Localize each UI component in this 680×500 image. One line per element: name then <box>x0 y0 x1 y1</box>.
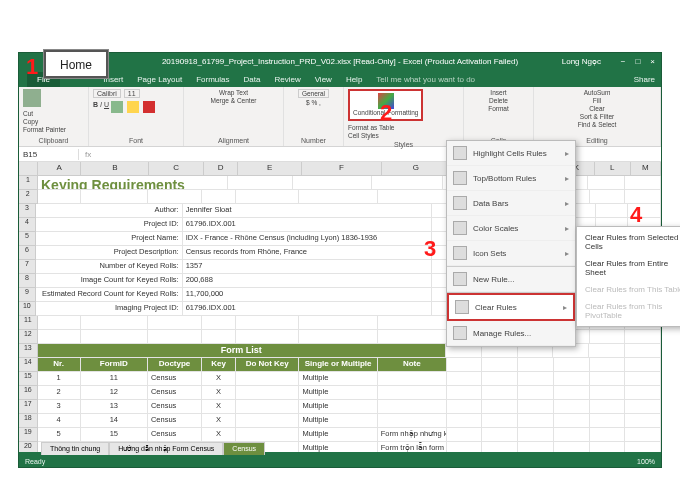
group-number: General $ % , Number <box>284 87 344 146</box>
sheet-tab-0[interactable]: Thông tin chung <box>41 442 109 455</box>
cf-menu-item-3[interactable]: Color Scales▸ <box>447 216 575 241</box>
tab-help[interactable]: Help <box>340 72 368 87</box>
group-font: Calibri 11 B I U Font <box>89 87 184 146</box>
chevron-right-icon: ▸ <box>563 303 567 312</box>
cf-menu-item-5[interactable]: New Rule... <box>447 267 575 292</box>
merge-center-button[interactable]: Merge & Center <box>211 97 257 104</box>
cf-menu-item-0[interactable]: Highlight Cells Rules▸ <box>447 141 575 166</box>
cut-button[interactable]: Cut <box>23 110 66 117</box>
fill-color-icon[interactable] <box>127 101 139 113</box>
delete-button[interactable]: Delete <box>489 97 508 104</box>
annotation-1: 1 <box>26 54 38 80</box>
annotation-4: 4 <box>630 202 642 228</box>
tab-view[interactable]: View <box>309 72 338 87</box>
clear-rules-submenu: Clear Rules from Selected CellsClear Rul… <box>576 226 680 327</box>
clear-rules-option-1[interactable]: Clear Rules from Entire Sheet <box>577 255 680 281</box>
chevron-right-icon: ▸ <box>565 149 569 158</box>
col-M[interactable]: M <box>631 162 661 176</box>
col-D[interactable]: D <box>204 162 238 176</box>
col-E[interactable]: E <box>238 162 302 176</box>
menu-icon <box>453 221 467 235</box>
annotation-2: 2 <box>380 100 392 126</box>
menu-icon <box>453 196 467 210</box>
sheet-tab-1[interactable]: Hướng dẫn nhập Form Census <box>109 442 223 455</box>
col-L[interactable]: L <box>595 162 631 176</box>
tab-review[interactable]: Review <box>268 72 306 87</box>
tab-formulas[interactable]: Formulas <box>190 72 235 87</box>
window-title: 20190918_61799_Project_Instruction_PRD_V… <box>162 57 518 66</box>
tab-pagelayout[interactable]: Page Layout <box>131 72 188 87</box>
close-icon[interactable]: × <box>650 57 655 66</box>
bold-button[interactable]: B <box>93 101 98 113</box>
sort-filter-button[interactable]: Sort & Filter <box>580 113 614 120</box>
group-cells: Insert Delete Format Cells <box>464 87 534 146</box>
chevron-right-icon: ▸ <box>565 199 569 208</box>
menu-icon <box>453 326 467 340</box>
tab-home[interactable]: Home <box>44 50 108 78</box>
number-format[interactable]: General <box>298 89 329 98</box>
group-clipboard: Cut Copy Format Painter Clipboard <box>19 87 89 146</box>
group-editing: AutoSum Fill Clear Sort & Filter Find & … <box>534 87 661 146</box>
col-A[interactable]: A <box>38 162 81 176</box>
fill-button[interactable]: Fill <box>593 97 601 104</box>
col-B[interactable]: B <box>81 162 149 176</box>
wrap-text-button[interactable]: Wrap Text <box>219 89 248 96</box>
find-select-button[interactable]: Find & Select <box>578 121 617 128</box>
chevron-right-icon: ▸ <box>565 224 569 233</box>
cf-menu-item-4[interactable]: Icon Sets▸ <box>447 241 575 266</box>
name-box[interactable]: B15 <box>19 149 79 160</box>
border-icon[interactable] <box>111 101 123 113</box>
group-alignment: Wrap Text Merge & Center Alignment <box>184 87 284 146</box>
underline-button[interactable]: U <box>104 101 109 113</box>
ribbon: Cut Copy Format Painter Clipboard Calibr… <box>19 87 661 147</box>
clear-rules-option-0[interactable]: Clear Rules from Selected Cells <box>577 229 680 255</box>
paste-icon[interactable] <box>23 89 41 107</box>
chevron-right-icon: ▸ <box>565 174 569 183</box>
cf-menu-item-7[interactable]: Manage Rules... <box>447 321 575 346</box>
menu-icon <box>453 146 467 160</box>
menu-icon <box>455 300 469 314</box>
sheet-tab-2[interactable]: Census <box>223 442 265 455</box>
cf-menu-item-6[interactable]: Clear Rules▸ <box>447 293 575 321</box>
sheet-tabs: Thông tin chung Hướng dẫn nhập Form Cens… <box>41 442 265 455</box>
format-button[interactable]: Format <box>488 105 509 112</box>
col-F[interactable]: F <box>302 162 381 176</box>
font-size[interactable]: 11 <box>124 89 140 98</box>
user-name: Long Ngọc <box>562 57 601 66</box>
copy-button[interactable]: Copy <box>23 118 66 125</box>
conditional-formatting-menu: Highlight Cells Rules▸Top/Bottom Rules▸D… <box>446 140 576 347</box>
col-G[interactable]: G <box>382 162 452 176</box>
col-C[interactable]: C <box>149 162 204 176</box>
menu-icon <box>453 272 467 286</box>
clear-button[interactable]: Clear <box>589 105 605 112</box>
zoom-level[interactable]: 100% <box>637 458 655 465</box>
tellme[interactable]: Tell me what you want to do <box>370 72 481 87</box>
title-bar: 20190918_61799_Project_Instruction_PRD_V… <box>19 53 661 69</box>
clear-rules-option-3: Clear Rules from This PivotTable <box>577 298 680 324</box>
tab-data[interactable]: Data <box>238 72 267 87</box>
cell-styles-button[interactable]: Cell Styles <box>348 132 394 139</box>
menu-icon <box>453 246 467 260</box>
autosum-button[interactable]: AutoSum <box>584 89 611 96</box>
italic-button[interactable]: I <box>100 101 102 113</box>
cf-menu-item-2[interactable]: Data Bars▸ <box>447 191 575 216</box>
share-button[interactable]: Share <box>628 72 661 87</box>
status-ready: Ready <box>25 458 45 465</box>
ribbon-tabs: File Home Insert Page Layout Formulas Da… <box>19 69 661 87</box>
insert-button[interactable]: Insert <box>490 89 506 96</box>
font-name[interactable]: Calibri <box>93 89 121 98</box>
group-styles: Conditional Formatting Format as Table C… <box>344 87 464 146</box>
menu-icon <box>453 171 467 185</box>
maximize-icon[interactable]: □ <box>635 57 640 66</box>
minimize-icon[interactable]: − <box>621 57 626 66</box>
annotation-3: 3 <box>424 236 436 262</box>
status-bar: Ready 100% <box>19 455 661 467</box>
font-color-icon[interactable] <box>143 101 155 113</box>
cf-menu-item-1[interactable]: Top/Bottom Rules▸ <box>447 166 575 191</box>
format-painter-button[interactable]: Format Painter <box>23 126 66 133</box>
clear-rules-option-2: Clear Rules from This Table <box>577 281 680 298</box>
fx-icon[interactable]: fx <box>79 150 97 159</box>
chevron-right-icon: ▸ <box>565 249 569 258</box>
